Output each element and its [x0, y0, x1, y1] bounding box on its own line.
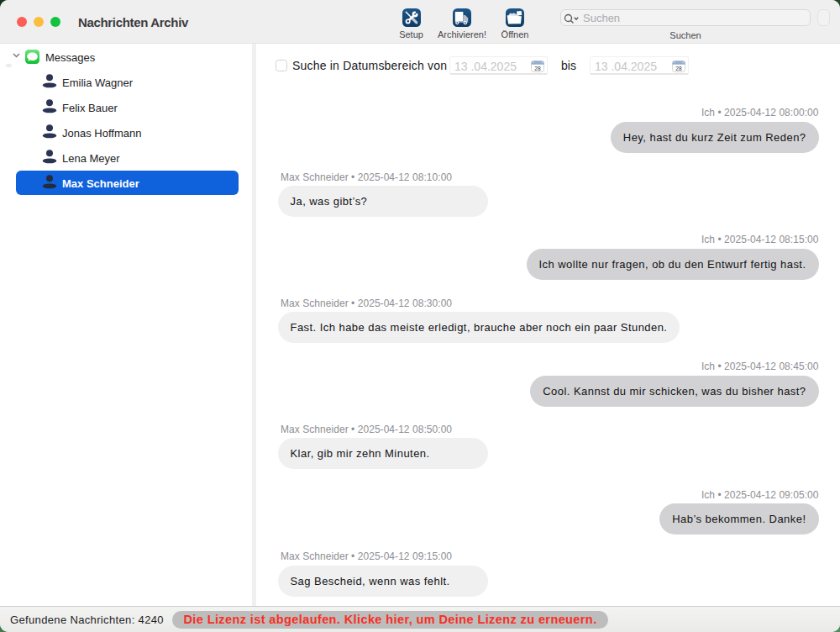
svg-text:28: 28	[675, 66, 682, 71]
svg-text:28: 28	[534, 66, 541, 71]
